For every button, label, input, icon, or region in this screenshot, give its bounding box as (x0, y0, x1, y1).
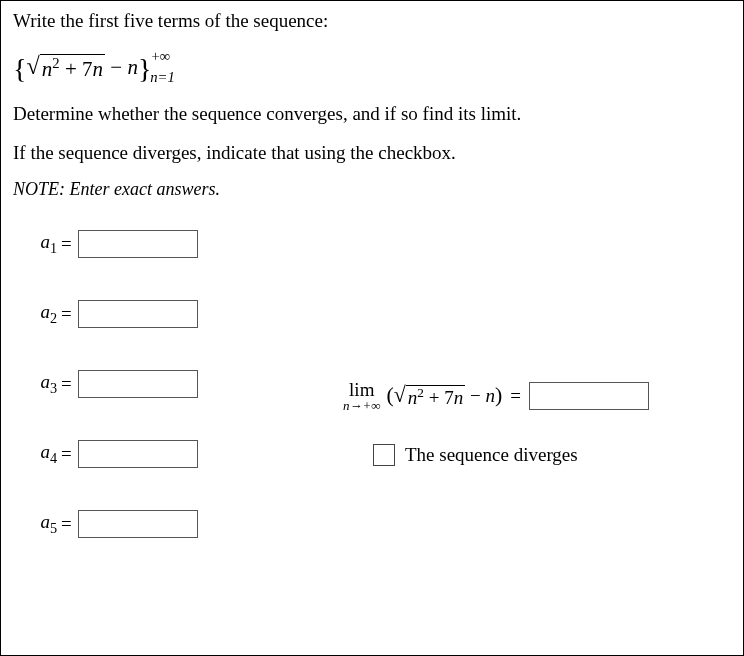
brace-open: { (13, 52, 27, 83)
prompt-line-2: Determine whether the sequence converges… (13, 102, 731, 127)
radical-icon: √ (394, 385, 406, 407)
equals-sign: = (61, 233, 72, 255)
lim-text: lim (349, 380, 374, 399)
limit-input[interactable] (529, 382, 649, 410)
sequence-formula: {√n2 + 7n − n}+∞n=1 (13, 48, 731, 86)
term-label: a5 (13, 511, 57, 537)
equals-sign: = (61, 513, 72, 535)
a4-input[interactable] (78, 440, 198, 468)
a1-input[interactable] (78, 230, 198, 258)
a3-input[interactable] (78, 370, 198, 398)
radicand: n2 + 7n (406, 385, 465, 409)
a2-input[interactable] (78, 300, 198, 328)
term-label: a4 (13, 441, 57, 467)
limit-expression: (√n2 + 7n − n) (387, 383, 503, 409)
diverges-row: The sequence diverges (373, 444, 731, 466)
term-label: a2 (13, 301, 57, 327)
sequence-upper-bound: +∞ (152, 48, 171, 64)
term-label: a1 (13, 231, 57, 257)
equals-sign: = (510, 385, 521, 407)
term-row: a4 = (13, 440, 243, 468)
paren-open: ( (387, 383, 394, 407)
prompt-line-3: If the sequence diverges, indicate that … (13, 141, 731, 166)
equals-sign: = (61, 303, 72, 325)
term-row: a2 = (13, 300, 243, 328)
prompt-line-1: Write the first five terms of the sequen… (13, 9, 731, 34)
paren-close: ) (495, 383, 502, 407)
term-row: a5 = (13, 510, 243, 538)
after-sqrt: − n (105, 55, 138, 79)
sqrt-expression: √n2 + 7n (27, 54, 105, 81)
term-row: a1 = (13, 230, 243, 258)
equals-sign: = (61, 373, 72, 395)
equals-sign: = (61, 443, 72, 465)
terms-column: a1 = a2 = a3 = a4 = a5 = (13, 230, 243, 580)
note-text: NOTE: Enter exact answers. (13, 179, 731, 200)
term-row: a3 = (13, 370, 243, 398)
sequence-lower-bound: n=1 (150, 69, 175, 85)
diverges-checkbox[interactable] (373, 444, 395, 466)
limit-column: lim n→+∞ (√n2 + 7n − n) = The sequence d… (243, 230, 731, 580)
radical-icon: √ (27, 54, 40, 78)
lim-sub: n→+∞ (343, 399, 381, 412)
a5-input[interactable] (78, 510, 198, 538)
term-label: a3 (13, 371, 57, 397)
diverges-label: The sequence diverges (405, 444, 578, 466)
limit-row: lim n→+∞ (√n2 + 7n − n) = (343, 380, 731, 412)
radicand: n2 + 7n (40, 54, 105, 81)
limit-operator: lim n→+∞ (343, 380, 381, 412)
